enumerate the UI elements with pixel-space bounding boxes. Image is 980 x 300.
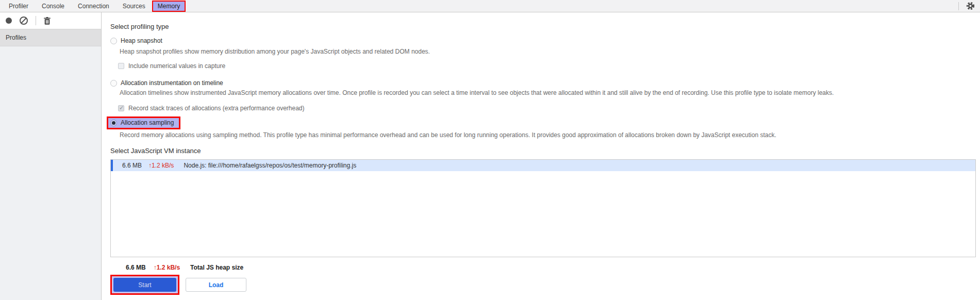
clear-icon[interactable] — [20, 16, 28, 25]
radio-option-allocation-timeline[interactable]: Allocation instrumentation on timeline — [110, 79, 976, 87]
record-icon[interactable] — [6, 18, 12, 24]
vm-instance-title: Select JavaScript VM instance — [110, 147, 976, 155]
option-label: Allocation sampling — [121, 119, 174, 126]
total-heap-size-label: Total JS heap size — [190, 264, 243, 271]
settings-gear-icon[interactable] — [966, 2, 975, 10]
vm-instance-row[interactable]: 6.6 MB ↑1.2 kB/s Node.js: file:///home/r… — [111, 160, 975, 171]
profiling-type-title: Select profiling type — [110, 23, 976, 30]
toolbar-divider — [958, 2, 959, 10]
toolbar-divider — [36, 16, 36, 25]
radio-unchecked-icon — [110, 80, 117, 87]
checkbox-checked-icon — [118, 105, 124, 111]
profiles-label: Profiles — [6, 34, 26, 41]
devtools-window: Profiler Console Connection Sources Memo… — [0, 0, 980, 300]
trash-icon[interactable] — [44, 17, 51, 25]
radio-option-heap-snapshot[interactable]: Heap snapshot — [110, 37, 976, 44]
profiler-toolbar — [0, 12, 101, 29]
radio-checked-icon — [110, 120, 117, 126]
vm-allocation-rate: ↑1.2 kB/s — [148, 162, 174, 169]
option-label: Allocation instrumentation on timeline — [121, 79, 223, 87]
option-description: Allocation timelines show instrumented J… — [120, 89, 976, 96]
start-button[interactable]: Start — [113, 278, 176, 292]
vm-instance-list[interactable]: 6.6 MB ↑1.2 kB/s Node.js: file:///home/r… — [110, 159, 976, 257]
checkbox-label: Record stack traces of allocations (extr… — [128, 105, 305, 112]
checkbox-include-numerical-values[interactable]: Include numerical values in capture — [118, 62, 976, 70]
tab-connection[interactable]: Connection — [71, 1, 116, 12]
option-description: Heap snapshot profiles show memory distr… — [120, 48, 976, 55]
vm-instance-name: Node.js: file:///home/rafaelgss/repos/os… — [184, 162, 356, 169]
start-button-highlight: Start — [110, 275, 179, 295]
tab-bar-right — [958, 2, 980, 10]
tab-console[interactable]: Console — [35, 1, 71, 12]
total-heap-size-value: 6.6 MB — [126, 264, 146, 271]
tab-sources[interactable]: Sources — [116, 1, 152, 12]
total-heap-stats: 6.6 MB ↑1.2 kB/s Total JS heap size — [110, 264, 976, 271]
vm-heap-size: 6.6 MB — [122, 162, 142, 169]
option-description: Record memory allocations using sampling… — [120, 131, 976, 139]
radio-option-allocation-sampling[interactable]: Allocation sampling — [107, 116, 180, 129]
memory-panel: Select profiling type Heap snapshot Heap… — [102, 12, 980, 300]
load-button[interactable]: Load — [186, 278, 246, 292]
radio-unchecked-icon — [110, 38, 117, 44]
sidebar: Profiles — [0, 12, 102, 300]
sidebar-item-profiles[interactable]: Profiles — [0, 29, 101, 46]
total-heap-rate-value: ↑1.2 kB/s — [154, 264, 180, 271]
checkbox-record-stack-traces[interactable]: Record stack traces of allocations (extr… — [118, 105, 976, 112]
tab-memory[interactable]: Memory — [152, 1, 186, 12]
action-buttons: Start Load — [110, 275, 976, 295]
option-label: Heap snapshot — [121, 37, 162, 44]
tab-bar: Profiler Console Connection Sources Memo… — [0, 0, 980, 12]
checkbox-unchecked-icon — [118, 63, 124, 69]
checkbox-label: Include numerical values in capture — [128, 62, 225, 70]
tab-profiler[interactable]: Profiler — [2, 1, 35, 12]
